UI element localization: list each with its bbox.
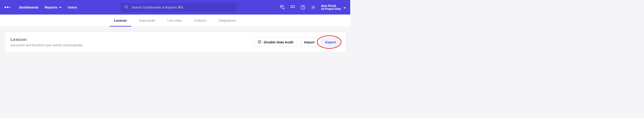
panel-titles: Lexicon Document and transform your even… xyxy=(10,37,83,47)
nav-dashboards[interactable]: Dashboards xyxy=(19,5,38,9)
svg-point-2 xyxy=(280,5,284,6)
tab-label: Live View xyxy=(168,18,182,22)
page-title: Lexicon xyxy=(10,37,83,42)
project-scope: All Project Data xyxy=(321,7,341,10)
tab-cohorts[interactable]: Cohorts xyxy=(193,14,207,27)
page-subtitle: Document and transform your events and p… xyxy=(10,43,83,47)
tab-label: Data Audit xyxy=(139,18,155,22)
nav-users-label: Users xyxy=(68,5,77,9)
svg-rect-8 xyxy=(292,7,293,8)
svg-line-1 xyxy=(127,7,128,8)
svg-point-12 xyxy=(312,7,314,8)
panel-actions: Disable Data Audit Import Export xyxy=(254,37,340,46)
svg-rect-5 xyxy=(292,5,293,6)
disable-circle-icon xyxy=(258,40,262,44)
nav-reports[interactable]: Reports xyxy=(45,5,62,9)
apps-grid-icon[interactable] xyxy=(290,5,295,10)
tab-live-view[interactable]: Live View xyxy=(166,14,183,27)
export-button[interactable]: Export xyxy=(321,37,340,46)
help-icon[interactable] xyxy=(300,5,306,10)
disable-data-audit-label: Disable Data Audit xyxy=(264,40,293,44)
tab-integrations[interactable]: Integrations xyxy=(218,14,237,27)
page-body: Lexicon Document and transform your even… xyxy=(0,27,350,57)
nav-dashboards-label: Dashboards xyxy=(19,5,38,9)
subnav: Lexicon Data Audit Live View Cohorts Int… xyxy=(0,14,350,27)
search-placeholder: Search Dashboards & Reports ⌘K xyxy=(132,5,184,9)
svg-point-11 xyxy=(303,8,303,8)
svg-rect-4 xyxy=(291,5,292,6)
tab-label: Integrations xyxy=(218,18,236,22)
topbar-right: Avo Prod All Project Data xyxy=(280,4,346,11)
svg-rect-7 xyxy=(291,7,292,8)
nav-reports-label: Reports xyxy=(45,5,58,9)
export-label: Export xyxy=(325,40,336,44)
tab-label: Cohorts xyxy=(194,18,206,22)
lexicon-header-panel: Lexicon Document and transform your even… xyxy=(4,32,346,52)
project-name: Avo Prod xyxy=(321,4,341,8)
tab-lexicon[interactable]: Lexicon xyxy=(113,14,128,27)
project-selector[interactable]: Avo Prod All Project Data xyxy=(321,4,346,11)
gear-icon[interactable] xyxy=(310,5,316,10)
svg-rect-9 xyxy=(294,7,295,8)
import-button[interactable]: Import xyxy=(300,37,318,46)
disable-data-audit-button[interactable]: Disable Data Audit xyxy=(254,37,297,46)
topbar: Dashboards Reports Users Search Dashboar… xyxy=(0,0,350,14)
chevron-down-icon xyxy=(344,5,346,9)
import-label: Import xyxy=(304,40,314,44)
topbar-left: Dashboards Reports Users xyxy=(4,5,77,9)
database-settings-icon[interactable] xyxy=(280,5,285,10)
tab-label: Lexicon xyxy=(114,18,127,22)
search-wrap: Search Dashboards & Reports ⌘K xyxy=(77,3,280,12)
chevron-down-icon xyxy=(59,7,61,8)
tab-data-audit[interactable]: Data Audit xyxy=(138,14,156,27)
more-menu-icon[interactable] xyxy=(4,6,13,8)
nav-users[interactable]: Users xyxy=(68,5,77,9)
search-icon xyxy=(124,5,128,10)
search-input[interactable]: Search Dashboards & Reports ⌘K xyxy=(120,3,237,12)
svg-rect-6 xyxy=(294,5,295,6)
